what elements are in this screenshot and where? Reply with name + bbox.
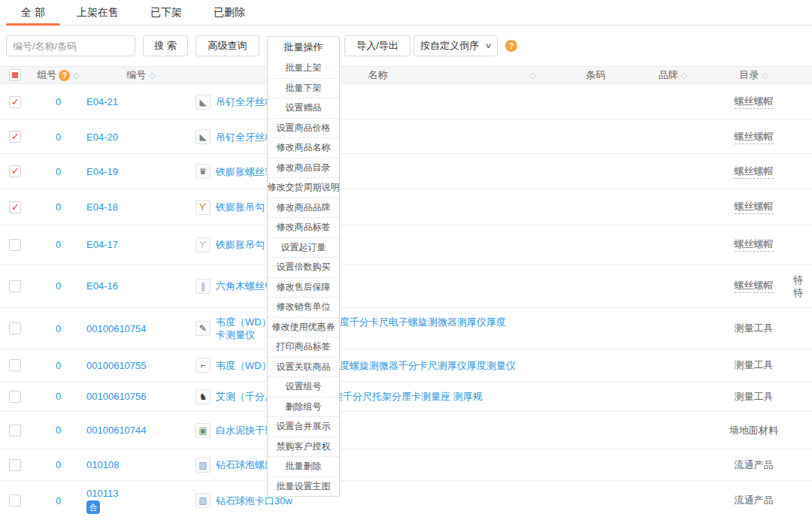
batch-menu-item[interactable]: 批量设置主图 (268, 476, 339, 497)
group-number-link[interactable]: 0 (56, 280, 61, 292)
sort-icon[interactable]: ◇ (762, 71, 768, 80)
batch-menu-item[interactable]: 修改商品目录 (268, 158, 339, 178)
batch-menu-item[interactable]: 批量删除 (268, 456, 339, 476)
product-name-link[interactable]: 白水泥快干型 (216, 424, 274, 437)
batch-menu-item[interactable]: 修改商品标签 (268, 217, 339, 237)
batch-menu-item[interactable]: 禁购客户授权 (268, 437, 339, 457)
help-icon[interactable]: ? (505, 40, 517, 52)
product-code-link[interactable]: E04-17 (86, 239, 118, 250)
row-checkbox[interactable] (9, 391, 21, 403)
group-number-link[interactable]: 0 (56, 201, 61, 213)
product-thumbnail: ▨ (195, 493, 211, 508)
group-number-link[interactable]: 0 (56, 459, 61, 470)
product-thumbnail: ⌐ (195, 358, 211, 373)
product-name-link[interactable]: 铁膨胀吊勾 (216, 238, 265, 251)
batch-operations-button[interactable]: 批量操作 (268, 37, 339, 58)
batch-menu-item[interactable]: 设置倍数购买 (268, 257, 339, 277)
batch-menu-item[interactable]: 设置关联商品 (268, 357, 339, 377)
row-checkbox[interactable] (9, 239, 21, 251)
group-number-link[interactable]: 0 (56, 360, 61, 371)
table-header: 组号 ? ◇ 编号 ◇ 名称 ◇ 条码 品牌 ◇ 目录 ◇ (0, 66, 812, 84)
batch-menu-item[interactable]: 删除组号 (268, 397, 339, 417)
group-number-link[interactable]: 0 (56, 495, 61, 506)
row-checkbox[interactable] (9, 459, 21, 471)
table-row: 0E04-17Ƴ铁膨胀吊勾螺丝螺帽 (0, 225, 812, 265)
batch-menu-item[interactable]: 修改售后保障 (268, 277, 339, 298)
batch-menu-item[interactable]: 设置组号 (268, 376, 339, 397)
catalog-label: 测量工具 (735, 358, 774, 372)
product-name-link[interactable]: 吊钉全牙丝杆 (216, 95, 274, 108)
product-code-link[interactable]: E04-20 (86, 132, 118, 143)
row-checkbox[interactable] (9, 359, 21, 371)
select-all-checkbox[interactable] (9, 69, 21, 81)
search-button[interactable]: 搜 索 (143, 35, 188, 56)
product-name-link[interactable]: 吊钉全牙丝杆 (216, 131, 274, 144)
batch-menu-item[interactable]: 修改使用优惠券 (268, 317, 339, 337)
batch-menu-item[interactable]: 打印商品标签 (268, 337, 339, 357)
group-number-link[interactable]: 0 (56, 391, 61, 402)
table-body: 0E04-21◣吊钉全牙丝杆螺丝螺帽0E04-20◣吊钉全牙丝杆螺丝螺帽0E04… (0, 84, 812, 520)
advanced-query-button[interactable]: 高级查询 (195, 35, 259, 56)
tab-on-sale[interactable]: 上架在售 (77, 0, 119, 26)
sort-icon[interactable]: ◇ (149, 71, 155, 80)
product-name-link[interactable]: 铁膨胀吊勾 (216, 201, 265, 213)
product-code-link[interactable]: 00100610744 (86, 425, 147, 436)
batch-menu-item[interactable]: 修改商品品牌 (268, 198, 339, 218)
sort-icon[interactable]: ◇ (681, 71, 687, 80)
batch-menu-item[interactable]: 批量上架 (268, 58, 339, 78)
import-export-button[interactable]: 导入/导出 (344, 35, 411, 56)
batch-menu-item[interactable]: 设置赠品 (268, 98, 339, 118)
catalog-label: 螺丝螺帽 (735, 279, 774, 293)
group-number-link[interactable]: 0 (56, 425, 61, 436)
product-code-link[interactable]: 010108 (86, 459, 119, 470)
search-input[interactable] (6, 35, 135, 56)
batch-menu-item[interactable]: 设置商品价格 (268, 118, 339, 138)
product-code-link[interactable]: 00100610754 (86, 323, 147, 334)
product-name-link[interactable]: 韦度（WD）数显千分尺高精度千分卡尺电子螺旋测微器测厚仪厚度 (216, 316, 506, 328)
product-code-link[interactable]: E04-16 (86, 280, 118, 292)
product-name-link[interactable]: 卡测量仪 (216, 328, 506, 341)
catalog-label: 螺丝螺帽 (735, 130, 774, 144)
product-name-link[interactable]: 韦度（WD）数显千分尺高精度螺旋测微器千分卡尺测厚仪厚度测量仪 (216, 359, 516, 372)
sort-order-select[interactable]: 按自定义倒序 ∨ (414, 35, 498, 56)
product-name-link[interactable]: 艾测（千分尺座）千分尺支架千分尺托架分厘卡测量座 测厚规 (216, 390, 483, 403)
row-checkbox[interactable] (9, 201, 21, 213)
row-checkbox[interactable] (9, 96, 21, 108)
batch-menu-item[interactable]: 修改销售单位 (268, 297, 339, 317)
tab-off-shelf[interactable]: 已下架 (150, 0, 182, 26)
header-barcode-label: 条码 (586, 68, 606, 82)
product-code-link[interactable]: E04-19 (86, 166, 118, 177)
batch-menu-item[interactable]: 批量下架 (268, 78, 339, 98)
product-thumbnail: ▨ (195, 458, 211, 473)
row-checkbox[interactable] (9, 494, 21, 506)
group-number-link[interactable]: 0 (56, 166, 61, 177)
row-checkbox[interactable] (9, 131, 21, 143)
tab-deleted[interactable]: 已删除 (214, 0, 245, 26)
row-checkbox[interactable] (9, 280, 21, 292)
product-name-link[interactable]: 六角木螺丝钉 (216, 280, 274, 292)
group-number-link[interactable]: 0 (56, 239, 61, 250)
header-code-label: 编号 (126, 68, 146, 82)
group-number-link[interactable]: 0 (56, 323, 61, 334)
product-thumbnail: ♞ (195, 389, 211, 404)
table-row: 0010113合▨钻石球泡卡口30w流通产品 (0, 481, 812, 520)
group-number-link[interactable]: 0 (56, 96, 61, 107)
product-thumbnail: ✎ (195, 321, 211, 336)
tab-all[interactable]: 全 部 (21, 0, 45, 26)
group-help-icon[interactable]: ? (59, 70, 70, 81)
batch-menu-item[interactable]: 修改交货周期说明 (268, 177, 339, 198)
product-code-link[interactable]: E04-21 (86, 96, 118, 107)
product-code-link[interactable]: E04-18 (86, 201, 118, 213)
row-checkbox[interactable] (9, 165, 21, 177)
row-checkbox[interactable] (9, 322, 21, 334)
sort-icon[interactable]: ◇ (73, 71, 79, 80)
product-code-link[interactable]: 010113 (86, 488, 118, 499)
batch-menu-item[interactable]: 修改商品名称 (268, 138, 339, 158)
batch-menu-item[interactable]: 设置起订量 (268, 237, 339, 258)
batch-menu-item[interactable]: 设置合并展示 (268, 416, 339, 437)
product-code-link[interactable]: 00100610756 (86, 391, 147, 402)
group-number-link[interactable]: 0 (56, 132, 61, 143)
product-code-link[interactable]: 00100610755 (86, 360, 147, 371)
row-checkbox[interactable] (9, 425, 21, 437)
sort-icon[interactable]: ◇ (530, 71, 536, 80)
